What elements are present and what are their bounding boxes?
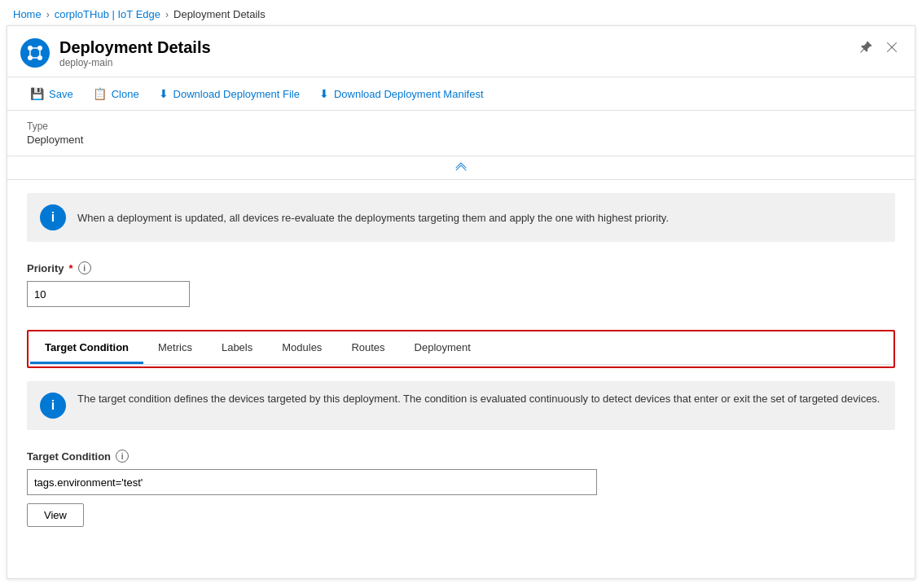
save-button[interactable]: 💾 Save xyxy=(20,82,83,105)
priority-required: * xyxy=(69,262,73,274)
breadcrumb: Home › corploTHub | IoT Edge › Deploymen… xyxy=(0,0,922,25)
panel-title: Deployment Details xyxy=(59,37,211,57)
close-button[interactable] xyxy=(882,37,902,57)
download-manifest-label: Download Deployment Manifest xyxy=(334,88,484,100)
download-file-icon: ⬇ xyxy=(159,87,169,100)
tabs: Target Condition Metrics Labels Modules … xyxy=(30,333,892,365)
target-info-text: The target condition defines the devices… xyxy=(77,393,880,405)
panel-header: Deployment Details deploy-main xyxy=(7,26,915,77)
tab-labels[interactable]: Labels xyxy=(207,333,267,364)
type-section: Type Deployment xyxy=(7,111,915,156)
content-area: Type Deployment i When a deployment is u… xyxy=(7,111,915,578)
target-condition-label-row: Target Condition i xyxy=(27,450,895,463)
tab-routes[interactable]: Routes xyxy=(336,333,399,364)
target-condition-input[interactable] xyxy=(27,469,597,495)
collapse-button[interactable] xyxy=(7,156,915,180)
priority-section: Priority * i xyxy=(7,255,915,320)
priority-label-text: Priority xyxy=(27,262,64,274)
priority-input[interactable] xyxy=(27,281,190,307)
svg-point-2 xyxy=(28,55,33,60)
priority-info-icon: i xyxy=(78,261,91,274)
clone-button[interactable]: 📋 Clone xyxy=(83,82,149,105)
tabs-container: Target Condition Metrics Labels Modules … xyxy=(27,330,895,368)
tab-metrics[interactable]: Metrics xyxy=(143,333,207,364)
breadcrumb-home[interactable]: Home xyxy=(13,8,42,20)
breadcrumb-current: Deployment Details xyxy=(173,8,266,20)
svg-point-3 xyxy=(37,55,42,60)
download-file-button[interactable]: ⬇ Download Deployment File xyxy=(149,82,310,105)
type-value: Deployment xyxy=(27,134,895,146)
type-label: Type xyxy=(27,121,895,132)
save-icon: 💾 xyxy=(30,87,44,100)
clone-label: Clone xyxy=(112,88,139,100)
info-banner: i When a deployment is updated, all devi… xyxy=(27,193,895,242)
download-manifest-button[interactable]: ⬇ Download Deployment Manifest xyxy=(310,82,494,105)
clone-icon: 📋 xyxy=(93,87,107,100)
info-banner-icon: i xyxy=(40,204,66,230)
tab-target-condition[interactable]: Target Condition xyxy=(30,333,143,364)
panel-title-area: Deployment Details deploy-main xyxy=(20,37,211,68)
panel-actions-top xyxy=(856,37,902,57)
download-file-label: Download Deployment File xyxy=(173,88,300,100)
download-manifest-icon: ⬇ xyxy=(319,87,329,100)
tab-modules[interactable]: Modules xyxy=(267,333,336,364)
target-info-icon: i xyxy=(40,393,66,419)
pin-button[interactable] xyxy=(856,37,876,57)
breadcrumb-hub[interactable]: corploTHub | IoT Edge xyxy=(55,8,160,20)
svg-point-1 xyxy=(37,46,42,50)
panel-title-block: Deployment Details deploy-main xyxy=(59,37,211,68)
deployment-details-panel: Deployment Details deploy-main 💾 Save 📋 xyxy=(7,25,915,579)
panel-subtitle: deploy-main xyxy=(59,57,211,68)
save-label: Save xyxy=(49,88,73,100)
priority-label-row: Priority * i xyxy=(27,261,895,274)
svg-point-0 xyxy=(28,46,33,50)
target-condition-info-icon: i xyxy=(116,450,129,463)
info-banner-text: When a deployment is updated, all device… xyxy=(77,212,669,224)
panel-icon xyxy=(20,38,50,68)
tab-deployment[interactable]: Deployment xyxy=(400,333,485,364)
breadcrumb-sep-2: › xyxy=(165,9,169,20)
target-condition-label-text: Target Condition xyxy=(27,450,111,463)
breadcrumb-sep-1: › xyxy=(46,9,50,20)
target-condition-section: Target Condition i View xyxy=(7,443,915,540)
target-info-banner: i The target condition defines the devic… xyxy=(27,381,895,430)
toolbar: 💾 Save 📋 Clone ⬇ Download Deployment Fil… xyxy=(7,77,915,111)
view-button[interactable]: View xyxy=(27,503,84,527)
